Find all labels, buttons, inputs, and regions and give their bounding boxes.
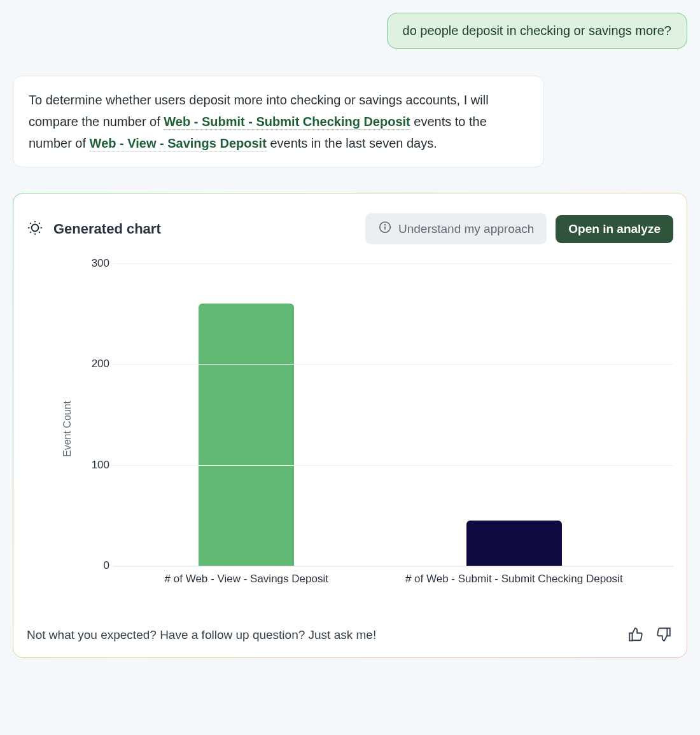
bar[interactable]	[199, 304, 294, 566]
gridline	[113, 566, 673, 566]
user-message-bubble: do people deposit in checking or savings…	[387, 13, 687, 49]
open-in-analyze-label: Open in analyze	[568, 222, 661, 236]
followup-prompt: Not what you expected? Have a follow up …	[27, 628, 376, 642]
user-message-text: do people deposit in checking or savings…	[403, 24, 671, 38]
bar[interactable]	[466, 521, 562, 566]
x-tick-label: # of Web - View - Savings Deposit	[113, 572, 381, 587]
svg-line-6	[39, 232, 40, 233]
understand-approach-button[interactable]: Understand my approach	[365, 213, 547, 244]
generated-chart-card: Generated chart Understand my approach O…	[13, 193, 687, 658]
chart-plot: Event Count 0100200300 # of Web - View -…	[59, 263, 673, 594]
assistant-answer-card: To determine whether users deposit more …	[13, 76, 544, 167]
bar-column	[113, 263, 381, 566]
chart-footer: Not what you expected? Have a follow up …	[27, 626, 673, 644]
svg-line-5	[30, 223, 31, 224]
svg-line-7	[30, 232, 31, 233]
event-link-checking[interactable]: Web - Submit - Submit Checking Deposit	[164, 115, 410, 130]
y-axis-label: Event Count	[62, 401, 73, 457]
understand-approach-label: Understand my approach	[398, 222, 534, 236]
gridline	[113, 465, 673, 466]
gridline	[113, 263, 673, 264]
y-tick-label: 200	[84, 358, 109, 370]
svg-point-11	[385, 225, 386, 225]
y-tick-label: 300	[84, 257, 109, 270]
chart-header: Generated chart Understand my approach O…	[27, 213, 673, 244]
event-link-savings[interactable]: Web - View - Savings Deposit	[90, 136, 267, 151]
x-tick-label: # of Web - Submit - Submit Checking Depo…	[381, 572, 648, 587]
svg-point-0	[32, 224, 39, 231]
y-tick-label: 0	[84, 559, 109, 572]
thumbs-up-button[interactable]	[627, 626, 645, 644]
info-icon	[378, 220, 392, 237]
svg-line-8	[39, 223, 40, 224]
user-message-row: do people deposit in checking or savings…	[13, 13, 687, 49]
gridline	[113, 364, 673, 365]
y-tick-label: 100	[84, 459, 109, 472]
chart-title: Generated chart	[53, 221, 161, 237]
answer-text-post: events in the last seven days.	[267, 136, 437, 150]
bar-column	[381, 263, 648, 566]
lightbulb-icon	[27, 220, 43, 239]
thumbs-down-button[interactable]	[655, 626, 673, 644]
open-in-analyze-button[interactable]: Open in analyze	[556, 215, 673, 243]
